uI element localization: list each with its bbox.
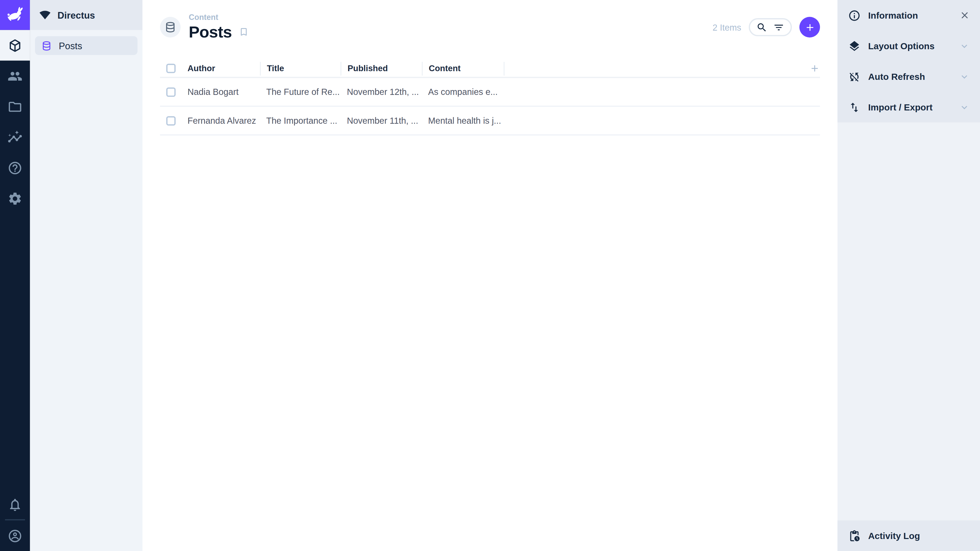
database-icon (164, 21, 177, 33)
plus-icon (804, 21, 815, 33)
row-select-cell (160, 87, 181, 97)
module-users[interactable] (0, 61, 30, 91)
column-header-title[interactable]: Title (260, 62, 341, 75)
header-actions: 2 Items (713, 17, 820, 38)
filter-icon[interactable] (773, 21, 784, 33)
account-button[interactable] (0, 520, 30, 551)
detail-sidebar: Information Layout Options (838, 0, 980, 551)
module-files[interactable] (0, 91, 30, 122)
module-bar-bottom (0, 490, 30, 551)
chevron-down-icon (959, 71, 970, 82)
close-icon[interactable] (959, 10, 970, 21)
header-end-cell (504, 62, 820, 75)
rabbit-logo-icon (5, 5, 25, 25)
module-insights[interactable] (0, 122, 30, 152)
sync-disabled-icon (848, 70, 861, 83)
collection-icon-button[interactable] (160, 17, 181, 38)
activity-log-button[interactable]: Activity Log (838, 520, 980, 551)
bookmark-icon[interactable] (239, 27, 248, 37)
cell-author: Fernanda Alvarez (181, 116, 260, 125)
module-settings[interactable] (0, 183, 30, 214)
module-bar (0, 0, 30, 551)
info-icon (848, 9, 861, 22)
help-icon (7, 160, 22, 175)
title-block: Content Posts (189, 13, 249, 40)
gear-icon (7, 191, 22, 206)
chevron-down-icon (959, 40, 970, 52)
app: Directus Posts (0, 0, 980, 551)
notifications-button[interactable] (0, 490, 30, 519)
sidebar-section-label: Information (868, 10, 918, 20)
search-filter-pill (749, 18, 792, 36)
activity-log-icon (848, 530, 861, 542)
add-column-icon[interactable] (809, 63, 820, 74)
add-item-button[interactable] (799, 17, 820, 38)
cell-author: Nadia Bogart (181, 87, 260, 97)
sidebar-section-import-export[interactable]: Import / Export (838, 92, 980, 122)
row-checkbox[interactable] (166, 116, 175, 125)
cell-content: As companies e... (422, 87, 504, 97)
select-all-checkbox[interactable] (166, 64, 175, 73)
project-header[interactable]: Directus (30, 0, 143, 30)
activity-log-label: Activity Log (868, 530, 920, 540)
cell-published: November 11th, ... (341, 116, 422, 125)
items-count: 2 Items (713, 22, 741, 32)
page-header: Content Posts 2 Items (142, 0, 837, 55)
nav-item-label: Posts (59, 40, 82, 51)
bell-icon (7, 497, 22, 512)
module-content[interactable] (0, 30, 30, 61)
row-checkbox[interactable] (166, 87, 175, 97)
table-header-row: Author Title Published Content (160, 60, 820, 78)
layers-icon (848, 40, 861, 52)
column-header-published[interactable]: Published (341, 62, 422, 75)
breadcrumb[interactable]: Content (189, 13, 249, 22)
project-name: Directus (57, 10, 95, 21)
chevron-down-icon (959, 102, 970, 113)
navigation-panel: Directus Posts (30, 0, 143, 551)
sidebar-section-label: Auto Refresh (868, 71, 925, 81)
table-row[interactable]: Fernanda Alvarez The Importance ... Nove… (160, 107, 820, 136)
sidebar-section-layout-options[interactable]: Layout Options (838, 30, 980, 61)
row-select-cell (160, 116, 181, 125)
sidebar-item-posts[interactable]: Posts (35, 36, 138, 55)
sidebar-sections: Information Layout Options (838, 0, 980, 122)
select-all-cell (160, 64, 181, 73)
column-header-content[interactable]: Content (422, 62, 504, 75)
search-icon[interactable] (756, 21, 767, 33)
cell-content: Mental health is j... (422, 116, 504, 125)
page-title: Posts (189, 24, 232, 40)
project-logo-icon (39, 10, 51, 21)
items-table: Author Title Published Content Nadia Bog… (160, 60, 820, 135)
module-help[interactable] (0, 152, 30, 183)
sidebar-section-label: Layout Options (868, 41, 935, 51)
people-icon (7, 68, 22, 83)
main-content: Content Posts 2 Items (142, 0, 837, 551)
insights-chart-icon (7, 130, 22, 144)
cell-title: The Future of Re... (260, 87, 341, 97)
cube-icon (7, 38, 22, 53)
sidebar-section-information[interactable]: Information (838, 0, 980, 30)
database-icon (41, 40, 52, 51)
directus-logo[interactable] (0, 0, 30, 30)
import-export-icon (848, 101, 861, 114)
cell-title: The Importance ... (260, 116, 341, 125)
column-header-author[interactable]: Author (181, 62, 260, 75)
folder-icon (7, 99, 22, 114)
sidebar-section-auto-refresh[interactable]: Auto Refresh (838, 61, 980, 92)
table-row[interactable]: Nadia Bogart The Future of Re... Novembe… (160, 78, 820, 107)
avatar-icon (7, 528, 22, 543)
sidebar-section-label: Import / Export (868, 102, 933, 112)
cell-published: November 12th, ... (341, 87, 422, 97)
